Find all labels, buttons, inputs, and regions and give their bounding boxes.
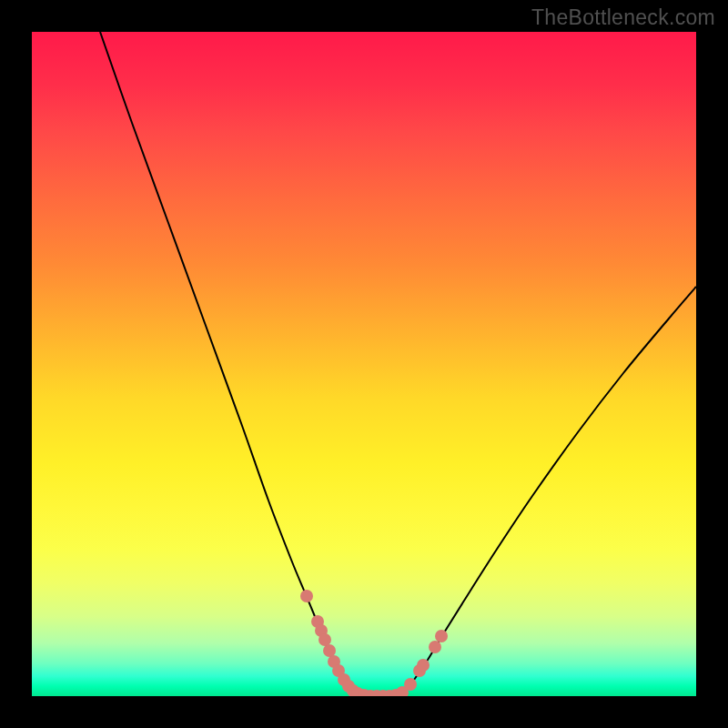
- salmon-dot: [435, 630, 448, 642]
- salmon-dot-cluster: [300, 590, 448, 696]
- plot-area: [32, 32, 696, 696]
- salmon-dot: [300, 590, 313, 602]
- salmon-dot: [429, 641, 441, 653]
- curve-overlay: [32, 32, 696, 696]
- watermark-text: TheBottleneck.com: [531, 5, 715, 30]
- salmon-dot: [417, 659, 430, 672]
- salmon-dot: [318, 633, 331, 646]
- salmon-dot: [404, 678, 417, 691]
- left-curve: [100, 32, 364, 694]
- salmon-dot: [323, 644, 336, 657]
